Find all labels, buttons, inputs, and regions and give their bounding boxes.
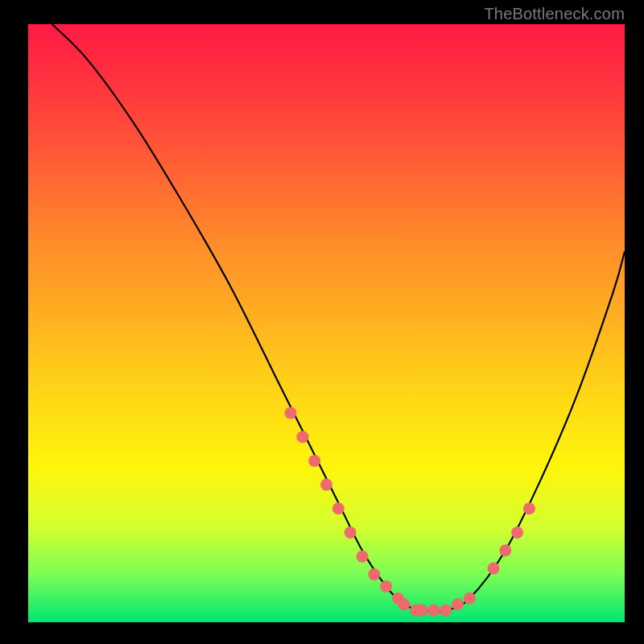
highlight-dot	[416, 605, 428, 617]
highlight-dot	[296, 431, 308, 443]
highlight-dot	[345, 526, 357, 539]
highlight-dot	[380, 580, 392, 592]
highlight-dot	[452, 598, 464, 610]
highlight-dot	[320, 479, 332, 491]
highlight-dot	[398, 598, 410, 610]
highlight-dot	[440, 605, 452, 617]
highlight-dot	[511, 526, 523, 539]
chart-overlay	[0, 0, 644, 644]
highlight-dot	[332, 502, 345, 514]
highlight-dots	[285, 407, 535, 617]
highlight-dot	[308, 455, 320, 467]
highlight-dot	[427, 605, 440, 617]
highlight-dot	[499, 544, 511, 556]
highlight-dot	[357, 551, 369, 563]
highlight-dot	[523, 502, 535, 514]
chart-stage: TheBottleneck.com	[0, 0, 644, 644]
highlight-dot	[285, 407, 297, 419]
highlight-dot	[488, 563, 500, 575]
bottleneck-curve	[52, 24, 625, 612]
highlight-dot	[464, 592, 476, 605]
highlight-dot	[368, 568, 380, 580]
